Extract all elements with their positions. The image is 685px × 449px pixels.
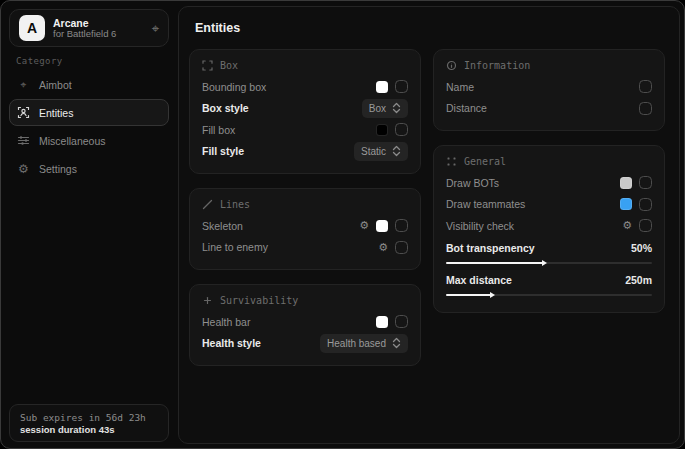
scan-corners-icon — [202, 60, 213, 71]
information-card-header: Information — [446, 60, 652, 71]
draw-teammates-color-swatch[interactable] — [620, 198, 632, 210]
bot-transparency-slider[interactable] — [446, 262, 652, 264]
max-distance-group: Max distance 250m — [446, 269, 652, 301]
fill-box-checkbox[interactable] — [395, 123, 408, 136]
skeleton-color-swatch[interactable] — [376, 220, 388, 232]
row-label: Health bar — [202, 316, 250, 328]
row-label: Line to enemy — [202, 241, 268, 253]
row-label: Box style — [202, 102, 249, 114]
sidebar-item-aimbot[interactable]: ⌖ Aimbot — [9, 71, 169, 98]
survivability-card: Survivability Health bar Health style He… — [189, 284, 421, 366]
app-subtitle: for Battlefield 6 — [53, 29, 144, 40]
row-label: Draw BOTs — [446, 177, 499, 189]
draw-teammates-checkbox[interactable] — [639, 198, 652, 211]
line-to-enemy-row: Line to enemy ⚙ — [202, 237, 408, 259]
page-title: Entities — [195, 21, 665, 35]
information-card: Information Name Distance — [433, 49, 665, 131]
category-label: Category — [16, 56, 63, 66]
chevron-up-down-icon — [392, 102, 401, 114]
lines-card-header: Lines — [202, 199, 408, 210]
draw-bots-color-swatch[interactable] — [620, 177, 632, 189]
app-name: Arcane — [53, 17, 144, 29]
sidebar-item-entities[interactable]: Entities — [9, 99, 169, 126]
fill-style-dropdown[interactable]: Static — [354, 142, 408, 161]
sidebar-item-label: Entities — [39, 107, 73, 119]
distance-checkbox[interactable] — [639, 102, 652, 115]
app-logo: A — [19, 15, 45, 41]
row-label: Fill box — [202, 124, 235, 136]
line-to-enemy-settings-gear-icon[interactable]: ⚙ — [378, 242, 388, 253]
bounding-box-checkbox[interactable] — [395, 80, 408, 93]
sidebar-item-label: Miscellaneous — [39, 135, 106, 147]
skeleton-row: Skeleton ⚙ — [202, 215, 408, 237]
row-label: Visibility check — [446, 220, 514, 232]
box-style-dropdown[interactable]: Box — [362, 99, 408, 118]
logo-letter: A — [27, 20, 37, 36]
fill-box-color-swatch[interactable] — [376, 124, 388, 136]
sidebar-item-miscellaneous[interactable]: Miscellaneous — [9, 127, 169, 154]
left-column: Box Bounding box Box style Box — [189, 49, 421, 366]
card-title: Box — [220, 60, 238, 71]
slider-fill — [446, 262, 543, 264]
sub-expiry-text: Sub expires in 56d 23h — [20, 412, 158, 423]
health-style-dropdown[interactable]: Health based — [320, 334, 408, 353]
sidebar-item-label: Settings — [39, 163, 77, 175]
health-bar-checkbox[interactable] — [395, 315, 408, 328]
chevron-up-down-icon — [392, 145, 401, 157]
sidebar-item-settings[interactable]: ⚙ Settings — [9, 155, 169, 182]
diagonal-line-icon — [202, 199, 213, 210]
chevron-up-down-icon — [392, 337, 401, 349]
fill-style-row: Fill style Static — [202, 141, 408, 163]
row-label: Fill style — [202, 145, 244, 157]
crosshair-icon[interactable]: ⌖ — [152, 22, 159, 35]
skeleton-checkbox[interactable] — [395, 219, 408, 232]
session-duration-text: session duration 43s — [20, 424, 158, 435]
gear-icon: ⚙ — [17, 162, 30, 175]
row-label: Max distance — [446, 274, 512, 286]
general-card-header: General — [446, 156, 652, 167]
dropdown-value: Health based — [327, 338, 386, 349]
row-label: Bounding box — [202, 81, 266, 93]
general-card: General Draw BOTs Draw teammates — [433, 145, 665, 313]
draw-bots-row: Draw BOTs — [446, 172, 652, 194]
card-title: Lines — [220, 199, 250, 210]
max-distance-slider[interactable] — [446, 294, 652, 296]
health-bar-row: Health bar — [202, 311, 408, 333]
slider-fill — [446, 294, 491, 296]
card-title: Survivability — [220, 295, 298, 306]
row-label: Distance — [446, 102, 487, 114]
bounding-box-row: Bounding box — [202, 76, 408, 98]
box-card-header: Box — [202, 60, 408, 71]
health-style-row: Health style Health based — [202, 333, 408, 355]
sidebar-nav: ⌖ Aimbot Entities — [9, 71, 169, 182]
subscription-info-card: Sub expires in 56d 23h session duration … — [9, 404, 169, 442]
bounding-box-color-swatch[interactable] — [376, 81, 388, 93]
dropdown-value: Static — [361, 146, 386, 157]
card-title: Information — [464, 60, 530, 71]
health-bar-color-swatch[interactable] — [376, 316, 388, 328]
name-checkbox[interactable] — [639, 80, 652, 93]
name-row: Name — [446, 76, 652, 98]
survivability-card-header: Survivability — [202, 295, 408, 306]
visibility-check-settings-gear-icon[interactable]: ⚙ — [622, 220, 632, 231]
line-to-enemy-checkbox[interactable] — [395, 241, 408, 254]
info-icon — [446, 60, 457, 71]
lines-card: Lines Skeleton ⚙ Line to enemy ⚙ — [189, 188, 421, 270]
fill-box-row: Fill box — [202, 119, 408, 141]
sidebar-item-label: Aimbot — [39, 79, 72, 91]
row-label: Skeleton — [202, 220, 243, 232]
crosshair-icon: ⌖ — [17, 78, 30, 91]
dropdown-value: Box — [369, 103, 386, 114]
row-label: Name — [446, 81, 474, 93]
visibility-check-checkbox[interactable] — [639, 219, 652, 232]
entities-scan-icon — [17, 106, 30, 119]
bot-transparency-value: 50% — [631, 242, 652, 254]
visibility-check-row: Visibility check ⚙ — [446, 215, 652, 237]
skeleton-settings-gear-icon[interactable]: ⚙ — [359, 220, 369, 231]
bot-transparency-group: Bot transpenency 50% — [446, 237, 652, 269]
sidebar: A Arcane for Battlefield 6 ⌖ Category ⌖ … — [1, 1, 178, 448]
health-plus-icon — [202, 295, 213, 306]
row-label: Draw teammates — [446, 198, 525, 210]
draw-bots-checkbox[interactable] — [639, 176, 652, 189]
row-label: Health style — [202, 337, 261, 349]
